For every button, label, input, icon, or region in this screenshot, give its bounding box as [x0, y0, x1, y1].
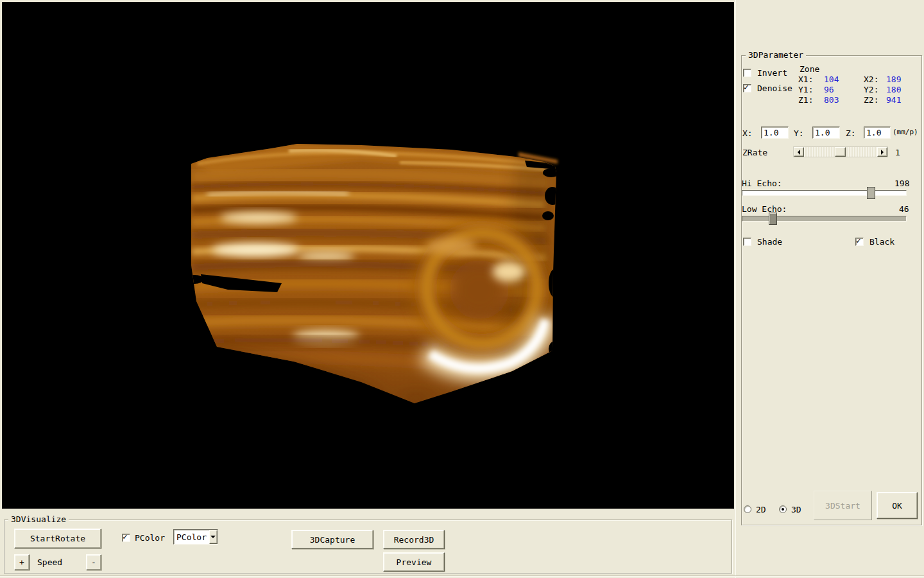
scale-unit-label: (mm/p)	[893, 128, 918, 136]
pcolor-combobox-dropdown-button[interactable]	[209, 530, 218, 544]
scale-y-input[interactable]	[812, 127, 840, 139]
zone-x2-value: 189	[886, 74, 901, 84]
zrate-scrollbar[interactable]	[793, 146, 888, 157]
pcolor-label: PColor	[135, 533, 165, 543]
volume-render	[2, 2, 734, 509]
hi-echo-slider-thumb[interactable]	[867, 187, 875, 199]
zone-y1-value: 96	[824, 85, 834, 94]
low-echo-value: 46	[899, 204, 909, 214]
hi-echo-slider-track[interactable]	[742, 190, 907, 196]
pcolor-checkbox[interactable]: ✓	[122, 534, 130, 542]
scroll-right-icon	[881, 150, 886, 155]
low-echo-slider-track[interactable]	[742, 216, 907, 222]
mode-3d-radio[interactable]	[779, 505, 787, 513]
mode-3d-label: 3D	[791, 505, 801, 514]
capture-3d-button[interactable]: 3DCapture	[291, 530, 373, 549]
visualize-group-title: 3DVisualize	[8, 514, 69, 524]
zrate-scroll-right-button[interactable]	[877, 147, 887, 157]
zrate-label: ZRate	[742, 148, 767, 157]
hi-echo-value: 198	[894, 179, 909, 188]
speed-minus-button[interactable]: -	[86, 554, 101, 570]
parameter-panel: 3DParameter Invert ✓ Denoise Zone X1: 10…	[735, 0, 924, 578]
zone-z2-label: Z2:	[864, 95, 878, 105]
pcolor-combobox[interactable]: PColor	[173, 529, 218, 545]
chevron-down-icon	[210, 536, 216, 541]
application-window: 3DParameter Invert ✓ Denoise Zone X1: 10…	[0, 0, 924, 578]
zone-y1-label: Y1:	[798, 85, 813, 94]
ok-button[interactable]: OK	[877, 492, 918, 519]
zone-y2-value: 180	[886, 85, 901, 94]
pcolor-checkmark: ✓	[123, 532, 128, 541]
low-echo-slider-thumb[interactable]	[769, 213, 777, 225]
scroll-left-icon	[795, 150, 800, 155]
start3d-button[interactable]: 3DStart	[814, 491, 872, 520]
black-checkbox[interactable]: ✓	[855, 238, 864, 246]
zone-x2-label: X2:	[864, 74, 878, 84]
parameter-groupbox: 3DParameter	[741, 55, 922, 525]
speed-plus-button[interactable]: +	[14, 554, 30, 570]
black-checkmark: ✓	[856, 236, 861, 245]
shade-checkbox[interactable]	[743, 238, 751, 246]
shade-label: Shade	[757, 237, 782, 247]
zrate-scroll-left-button[interactable]	[794, 147, 804, 157]
zrate-scrollbar-thumb[interactable]	[835, 147, 846, 157]
denoise-checkbox[interactable]: ✓	[743, 84, 751, 92]
visualize-groupbox: 3DVisualize StartRotate + Speed - ✓ PCol…	[4, 520, 732, 574]
pcolor-combobox-value: PColor	[174, 532, 209, 542]
zone-x1-value: 104	[824, 74, 839, 84]
invert-checkbox[interactable]	[743, 69, 751, 77]
scale-x-label: X:	[742, 128, 753, 138]
zone-z1-label: Z1:	[798, 95, 813, 105]
preview-button[interactable]: Preview	[383, 552, 445, 572]
zone-title: Zone	[800, 64, 819, 74]
denoise-label: Denoise	[757, 83, 792, 93]
scale-z-input[interactable]	[864, 127, 891, 139]
scale-y-label: Y:	[794, 128, 804, 138]
denoise-checkmark: ✓	[744, 83, 749, 91]
start-rotate-button[interactable]: StartRotate	[14, 529, 101, 548]
scale-z-label: Z:	[846, 128, 856, 138]
zone-z2-value: 941	[886, 95, 901, 105]
zone-y2-label: Y2:	[864, 85, 878, 94]
record-3d-button[interactable]: Record3D	[383, 530, 445, 549]
scale-x-input[interactable]	[761, 127, 789, 139]
zone-z1-value: 803	[824, 95, 839, 105]
speed-label: Speed	[37, 557, 62, 567]
parameter-group-title: 3DParameter	[746, 50, 806, 60]
mode-2d-label: 2D	[756, 505, 766, 514]
invert-label: Invert	[757, 68, 787, 78]
zrate-value: 1	[895, 148, 900, 157]
low-echo-label: Low Echo:	[742, 204, 787, 214]
mode-2d-radio[interactable]	[744, 505, 751, 513]
hi-echo-label: Hi Echo:	[742, 179, 782, 188]
zone-x1-label: X1:	[798, 74, 813, 84]
render-canvas[interactable]	[2, 2, 734, 509]
black-label: Black	[869, 237, 894, 247]
